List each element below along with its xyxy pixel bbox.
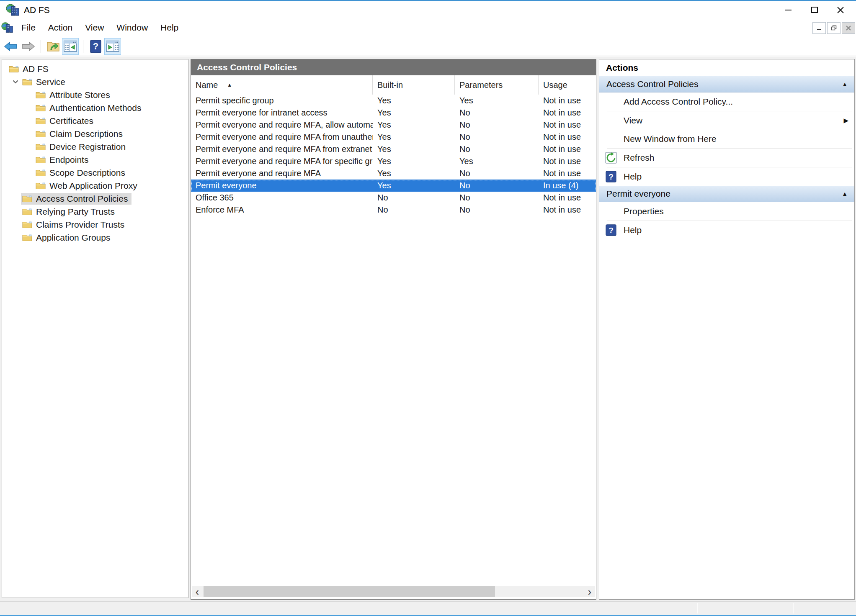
tree-node: AD FS	[8, 63, 52, 75]
cell-built-in: Yes	[373, 181, 455, 190]
menu-file[interactable]: File	[15, 20, 42, 36]
chevron-slot	[23, 101, 34, 114]
tree-item-application-groups[interactable]: Application Groups	[2, 231, 188, 244]
tree-item-attribute-stores[interactable]: Attribute Stores	[2, 88, 188, 101]
action-label: View	[624, 116, 642, 126]
cell-parameters: No	[455, 193, 539, 203]
cell-name: Permit everyone and require MFA for spec…	[191, 157, 373, 166]
table-row[interactable]: Enforce MFANoNoNot in use	[191, 204, 596, 216]
results-panel-header: Access Control Policies	[191, 59, 596, 75]
menu-view[interactable]: View	[79, 20, 110, 36]
menu-action[interactable]: Action	[42, 20, 79, 36]
action-help[interactable]: ?Help	[599, 221, 854, 239]
table-row[interactable]: Permit everyone and require MFA for spec…	[191, 155, 596, 167]
column-header-built-in[interactable]: Built-in	[373, 75, 455, 95]
action-refresh[interactable]: Refresh	[599, 149, 854, 167]
help-button[interactable]: ?	[87, 38, 104, 55]
collapse-arrow-icon[interactable]: ▲	[842, 81, 848, 87]
action-label: New Window from Here	[624, 134, 717, 144]
sort-ascending-icon: ▲	[227, 82, 232, 88]
column-header-name[interactable]: Name▲	[191, 75, 373, 95]
cell-built-in: No	[373, 193, 455, 203]
tree-item-endpoints[interactable]: Endpoints	[2, 153, 188, 166]
action-icon-slot	[603, 92, 619, 111]
folder-icon	[22, 221, 32, 228]
scroll-right-arrow[interactable]: ›	[584, 586, 595, 597]
column-header-usage[interactable]: Usage	[539, 75, 596, 95]
menu-window[interactable]: Window	[110, 20, 154, 36]
table-row[interactable]: Permit everyoneYesNoIn use (4)	[191, 180, 596, 192]
action-add-access-control-policy[interactable]: Add Access Control Policy...	[599, 92, 854, 111]
action-view[interactable]: View▶	[599, 111, 854, 130]
action-new-window-from-here[interactable]: New Window from Here	[599, 130, 854, 148]
tree-item-ad-fs[interactable]: AD FS	[2, 62, 188, 75]
table-row[interactable]: Permit everyone for intranet accessYesNo…	[191, 107, 596, 119]
show-hide-action-pane-button[interactable]	[104, 38, 121, 55]
tree-node: Web Application Proxy	[34, 180, 141, 192]
chevron-down-icon[interactable]	[10, 75, 21, 88]
maximize-button[interactable]	[802, 1, 828, 18]
tree-node: Certificates	[34, 115, 97, 127]
table-row[interactable]: Permit everyone and require MFA from ext…	[191, 143, 596, 155]
collapse-arrow-icon[interactable]: ▲	[842, 190, 848, 197]
maximize-icon	[811, 6, 818, 14]
actions-group-header-permit-everyone[interactable]: Permit everyone▲	[599, 186, 854, 202]
help-icon: ?	[603, 167, 619, 186]
table-row[interactable]: Permit everyone and require MFA from una…	[191, 131, 596, 143]
tree-item-claims-provider-trusts[interactable]: Claims Provider Trusts	[2, 218, 188, 231]
chevron-slot	[10, 192, 21, 205]
table-row[interactable]: Permit everyone and require MFAYesNoNot …	[191, 167, 596, 180]
child-close-button[interactable]	[842, 22, 855, 34]
chevron-slot	[23, 127, 34, 140]
tree-item-web-application-proxy[interactable]: Web Application Proxy	[2, 179, 188, 192]
tree-item-access-control-policies[interactable]: Access Control Policies	[2, 192, 188, 205]
show-hide-console-tree-button[interactable]	[62, 38, 79, 55]
chevron-slot	[10, 205, 21, 218]
menu-help[interactable]: Help	[154, 20, 185, 36]
tree-item-relying-party-trusts[interactable]: Relying Party Trusts	[2, 205, 188, 218]
action-help[interactable]: ?Help	[599, 167, 854, 186]
tree-item-label: Authentication Methods	[49, 103, 141, 113]
scroll-thumb[interactable]	[204, 586, 495, 597]
tree-item-authentication-methods[interactable]: Authentication Methods	[2, 101, 188, 114]
close-icon	[837, 6, 844, 14]
table-row[interactable]: Permit everyone and require MFA, allow a…	[191, 119, 596, 131]
export-list-button[interactable]	[45, 38, 62, 55]
table-row[interactable]: Office 365NoNoNot in use	[191, 192, 596, 204]
action-icon-slot	[603, 130, 619, 148]
tree-node: Claim Descriptions	[34, 128, 126, 140]
cell-name: Office 365	[191, 193, 373, 203]
tree-node: Scope Descriptions	[34, 167, 129, 179]
cell-name: Enforce MFA	[191, 205, 373, 215]
action-label: Help	[624, 225, 642, 235]
svg-text:?: ?	[93, 41, 98, 51]
minimize-button[interactable]	[776, 1, 802, 18]
cell-usage: Not in use	[539, 132, 596, 142]
cell-built-in: Yes	[373, 144, 455, 154]
tree-item-certificates[interactable]: Certificates	[2, 114, 188, 127]
close-button[interactable]	[828, 1, 853, 18]
status-divider	[793, 603, 794, 613]
table-row[interactable]: Permit specific groupYesYesNot in use	[191, 95, 596, 107]
forward-icon	[21, 41, 35, 52]
cell-name: Permit everyone	[191, 181, 373, 190]
forward-button[interactable]	[20, 38, 36, 55]
scroll-left-arrow[interactable]: ‹	[192, 586, 203, 597]
back-button[interactable]	[3, 38, 19, 55]
child-minimize-button[interactable]	[812, 22, 826, 34]
column-header-parameters[interactable]: Parameters	[455, 75, 539, 95]
tree-item-claim-descriptions[interactable]: Claim Descriptions	[2, 127, 188, 140]
tree-item-service[interactable]: Service	[2, 75, 188, 88]
cell-parameters: No	[455, 169, 539, 178]
minimize-icon	[785, 6, 792, 14]
horizontal-scrollbar[interactable]: ‹ ›	[192, 586, 595, 597]
folder-icon	[36, 117, 46, 125]
child-restore-button[interactable]	[827, 22, 841, 34]
tree-item-scope-descriptions[interactable]: Scope Descriptions	[2, 166, 188, 179]
action-label: Refresh	[624, 153, 655, 163]
folder-icon	[36, 91, 46, 99]
cell-built-in: Yes	[373, 157, 455, 166]
action-properties[interactable]: Properties	[599, 202, 854, 221]
actions-group-header-access-control-policies[interactable]: Access Control Policies▲	[599, 76, 854, 92]
tree-item-device-registration[interactable]: Device Registration	[2, 140, 188, 153]
